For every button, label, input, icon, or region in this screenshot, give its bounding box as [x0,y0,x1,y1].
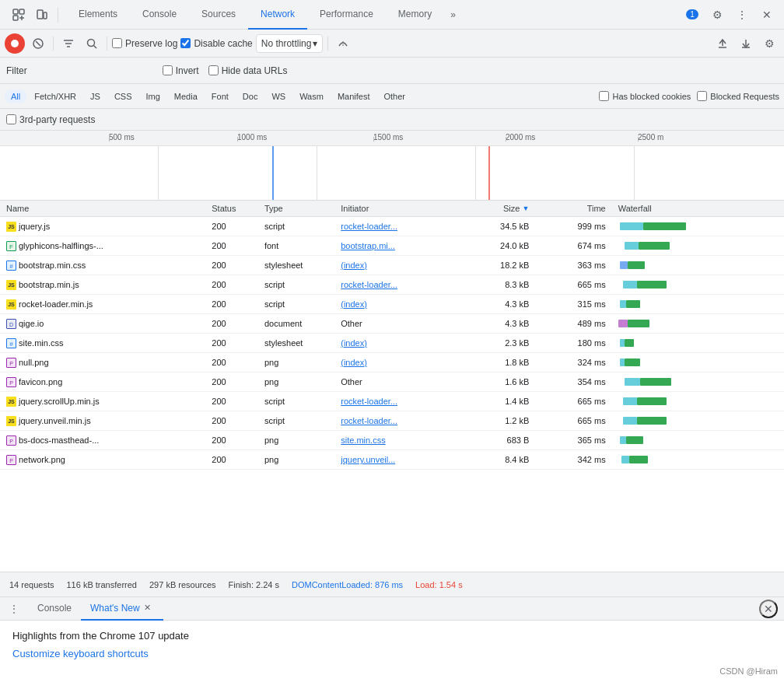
type-btn-js[interactable]: JS [84,90,107,103]
th-type[interactable]: Type [258,201,334,217]
import-har-btn[interactable] [712,33,733,54]
type-btn-img[interactable]: Img [140,90,166,103]
feedback-btn[interactable]: 1 [681,4,703,26]
tab-sources[interactable]: Sources [189,0,248,30]
search-icon-btn[interactable] [82,33,102,54]
table-row[interactable]: #bootstrap.min.css200stylesheet(index)18… [0,256,784,275]
preserve-log-label: Preserve log [125,38,177,49]
th-status[interactable]: Status [205,201,258,217]
timeline: 500 ms 1000 ms 1500 ms 2000 ms 2500 m [0,131,784,201]
row-initiator[interactable]: rocket-loader... [334,392,450,411]
row-initiator[interactable]: (index) [334,256,450,275]
th-waterfall[interactable]: Waterfall [612,201,784,217]
bottom-content: Highlights from the Chrome 107 update Cu… [0,621,784,669]
record-btn[interactable] [5,33,25,54]
table-row[interactable]: Pnetwork.png200pngjquery.unveil...8.4 kB… [0,450,784,470]
row-type: script [258,411,334,431]
bottom-tab-whats-new[interactable]: What's New ✕ [81,597,163,621]
row-initiator[interactable]: rocket-loader... [334,411,450,431]
drawer-menu-btn[interactable]: ⋮ [6,601,22,617]
row-initiator[interactable]: bootstrap.mi... [334,236,450,256]
hide-data-urls-checkbox[interactable] [208,65,219,75]
filter-icon-btn[interactable] [58,33,79,54]
clear-btn[interactable] [28,33,48,54]
disable-cache-input[interactable] [180,38,191,48]
table-row[interactable]: Pnull.png200png(index)1.8 kB324 ms [0,353,784,372]
row-initiator[interactable]: rocket-loader... [334,217,450,236]
type-btn-wasm[interactable]: Wasm [293,90,330,103]
table-row[interactable]: JSrocket-loader.min.js200script(index)4.… [0,295,784,314]
svg-line-6 [36,41,40,46]
tab-console[interactable]: Console [130,0,189,30]
bottom-panel-close-btn[interactable]: ✕ [759,600,778,618]
row-initiator[interactable]: Other [334,314,450,334]
type-btn-media[interactable]: Media [168,90,204,103]
row-initiator[interactable]: (index) [334,353,450,372]
preserve-log-input[interactable] [112,38,122,48]
row-name: Dqige.io [0,314,205,334]
table-row[interactable]: Pbs-docs-masthead-...200pngsite.min.css6… [0,431,784,450]
network-settings-btn[interactable]: ⚙ [759,33,779,54]
has-blocked-cookies-option[interactable]: Has blocked cookies [599,91,691,101]
type-btn-all[interactable]: All [5,90,26,103]
tab-elements[interactable]: Elements [66,0,130,30]
row-initiator[interactable]: (index) [334,295,450,314]
device-toggle-btn[interactable] [31,4,53,26]
row-initiator[interactable]: Other [334,372,450,392]
network-conditions-btn[interactable] [333,33,353,54]
row-initiator[interactable]: (index) [334,334,450,353]
table-row[interactable]: JSjquery.unveil.min.js200scriptrocket-lo… [0,411,784,431]
throttle-select[interactable]: No throttling ▾ [256,34,324,53]
type-btn-manifest[interactable]: Manifest [331,90,376,103]
network-table-container[interactable]: Name Status Type Initiator Size ▼ Time W… [0,201,784,572]
type-btn-doc[interactable]: Doc [236,90,264,103]
type-btn-fetch-xhr[interactable]: Fetch/XHR [28,90,82,103]
table-row[interactable]: Dqige.io200documentOther4.3 kB489 ms [0,314,784,334]
row-initiator[interactable]: jquery.unveil... [334,450,450,470]
third-party-option[interactable]: 3rd-party requests [6,114,95,125]
invert-option[interactable]: Invert [163,65,199,76]
th-name[interactable]: Name [0,201,205,217]
tab-network[interactable]: Network [248,0,307,30]
blocked-requests-checkbox[interactable] [697,91,707,101]
third-party-checkbox[interactable] [6,114,16,124]
whats-new-close-btn[interactable]: ✕ [142,602,154,614]
inspect-icon-btn[interactable] [8,4,30,26]
th-time[interactable]: Time [535,201,611,217]
filter-input[interactable] [33,65,150,76]
row-size: 2.3 kB [450,334,536,353]
th-size[interactable]: Size ▼ [450,201,536,217]
row-initiator[interactable]: site.min.css [334,431,450,450]
type-btn-font[interactable]: Font [205,90,235,103]
type-btn-other[interactable]: Other [377,90,411,103]
tab-performance[interactable]: Performance [307,0,386,30]
row-time: 363 ms [535,256,611,275]
bottom-tab-console[interactable]: Console [28,597,81,621]
invert-checkbox[interactable] [163,65,173,75]
th-initiator[interactable]: Initiator [334,201,450,217]
table-row[interactable]: JSbootstrap.min.js200scriptrocket-loader… [0,275,784,295]
row-waterfall [612,236,784,256]
disable-cache-checkbox[interactable]: Disable cache [180,38,252,49]
row-initiator[interactable]: rocket-loader... [334,275,450,295]
type-btn-css[interactable]: CSS [108,90,138,103]
table-row[interactable]: Fglyphicons-halflings-...200fontbootstra… [0,236,784,256]
tab-divider [58,7,58,23]
hide-data-urls-option[interactable]: Hide data URLs [208,65,288,76]
type-btn-ws[interactable]: WS [265,90,292,103]
preserve-log-checkbox[interactable]: Preserve log [112,38,177,49]
customize-link[interactable]: Customize keyboard shortcuts [12,648,149,659]
blocked-requests-option[interactable]: Blocked Requests [697,91,779,101]
export-har-btn[interactable] [736,33,756,54]
table-row[interactable]: JSjquery.scrollUp.min.js200scriptrocket-… [0,392,784,411]
table-row[interactable]: #site.min.css200stylesheet(index)2.3 kB1… [0,334,784,353]
settings-btn-top[interactable]: ⚙ [706,4,728,26]
more-options-btn[interactable]: ⋮ [731,4,753,26]
has-blocked-cookies-checkbox[interactable] [599,91,609,101]
tab-memory[interactable]: Memory [386,0,444,30]
close-devtools-btn[interactable]: ✕ [756,4,778,26]
disable-cache-label: Disable cache [194,38,252,49]
tab-more[interactable]: » [444,0,462,30]
table-row[interactable]: JSjquery.js200scriptrocket-loader...34.5… [0,217,784,236]
table-row[interactable]: Pfavicon.png200pngOther1.6 kB354 ms [0,372,784,392]
